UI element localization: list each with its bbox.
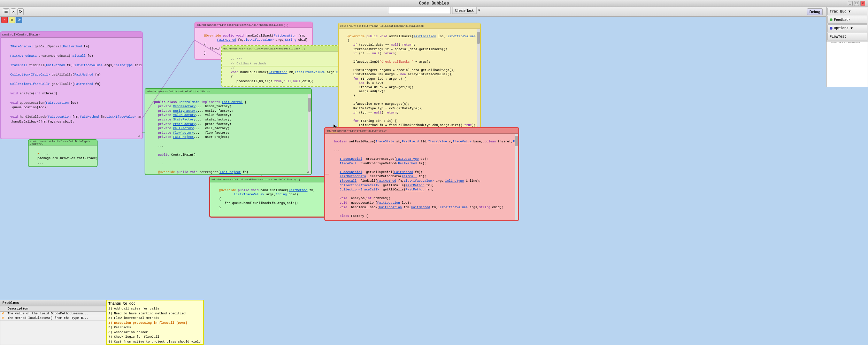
feedback-label: Feedback <box>834 18 851 22</box>
task-item-6: 6) Association holder <box>108 330 202 335</box>
tasks-list: 1) Add call sites for calls 2) Need to h… <box>108 307 202 345</box>
scrollbar-7[interactable] <box>477 29 480 130</box>
problems-title: Problems <box>2 301 19 305</box>
maximize-button[interactable]: □ <box>854 1 859 6</box>
flowtest-button[interactable]: FlowTest <box>827 33 867 40</box>
scrollbar-thumb-8 <box>515 136 518 146</box>
tasks-title: Things to do: <box>108 302 202 306</box>
toolbar-icon-1[interactable]: ☰ <box>3 8 9 15</box>
task-item-2: 2) Need to have starting method specifie… <box>108 312 202 316</box>
trac-bug-label: Trac Bug ▼ <box>830 10 851 14</box>
left-icon-toolbar: ✕ ⊙ ⟳ <box>1 17 22 23</box>
bubble-content-8: boolean setFieldValue(IfaceState st,Fait… <box>325 134 515 220</box>
create-task-input[interactable] <box>388 7 451 14</box>
flowtest-label: FlowTest <box>830 35 846 39</box>
bubble-header-8: edu>brown>cs>fait>iface>FaitControl> <box>325 128 518 134</box>
bubble-header-3: edu>brown>cs>fait>control>ControlMain> <box>145 89 311 94</box>
right-panel-buttons: Trac Bug ▼ Feedback Options ▼ FlowTest <box>826 7 868 42</box>
scrollbar-8[interactable] <box>515 134 518 220</box>
bubble-header-6: edu>brown>cs>fait>flow>FlowLocation>hand… <box>210 177 328 182</box>
task-item-4: 4) Exception processing in flowcall (DON… <box>108 321 202 326</box>
bubble-content-7: @Override public void addCallbacks(FaitL… <box>339 29 480 130</box>
yellow-icon-button[interactable]: ⊙ <box>9 17 15 23</box>
create-task-button[interactable]: Create Task <box>452 7 477 14</box>
task-item-7: 7) Check logic for FlowCall <box>108 335 202 340</box>
col-type <box>0 306 6 312</box>
window-controls[interactable]: _ □ × <box>848 1 865 6</box>
minimize-button[interactable]: _ <box>848 1 853 6</box>
scrollbar-thumb-7 <box>477 32 480 44</box>
bubble-control-main-left[interactable]: control>ControlMain> IFaceSpecial getCal… <box>0 31 143 139</box>
bubble-header-7: edu>brown>cs>fait>flow>FlowLocation>hand… <box>339 23 480 29</box>
bubble-content-3: public class ControlMain implements Fait… <box>145 94 308 174</box>
bubble-content-1: IFaceSpecial getCallSpecial(FaitMethod f… <box>1 38 142 139</box>
bubble-header-1: control>ControlMain> <box>1 32 142 38</box>
scrollbar-3[interactable] <box>308 94 311 174</box>
bubble-header-4: edu>brown>cs>fait>control>ControlMain>ha… <box>195 22 312 28</box>
bubble-content-2: ● ... package edu.brown.cs.fait.iface; .… <box>29 146 97 166</box>
toolbar-icon-2[interactable]: ✕ <box>11 8 16 15</box>
feedback-dot <box>830 18 832 21</box>
options-label: Options ▼ <box>834 26 853 30</box>
bubble-content-5: // *** // Callback methods // void handl… <box>222 52 339 86</box>
bubble-resize-1[interactable]: ⊿ <box>138 134 141 138</box>
toolbar-icon-3[interactable]: ⟳ <box>17 8 24 15</box>
task-item-1: 1) Add call sites for calls <box>108 307 202 312</box>
bubble-controlmain-impl[interactable]: edu>brown>cs>fait>control>ControlMain> p… <box>145 88 312 175</box>
row-type-1: W <box>0 312 6 316</box>
bubble-addcallbacks[interactable]: edu>brown>cs>fait>flow>FlowLocation>hand… <box>338 23 481 131</box>
bubble-header-2: edu>brown>cs>fait>face>FaitDataType><PRE… <box>29 140 97 146</box>
task-item-3: 3) Flow incremental methods <box>108 316 202 321</box>
app-title: Code Bubbles <box>419 1 449 6</box>
bubble-resize-3[interactable]: ⊿ <box>307 170 310 174</box>
bubble-flowlocation-handlecallback[interactable]: edu>brown>cs>fait>flow>FlowLocation>hand… <box>209 176 329 218</box>
debug-button[interactable]: Debug <box>807 8 823 15</box>
debug-area: Debug <box>807 7 823 17</box>
task-item-8: 8) Cast from native to project class sho… <box>108 340 202 345</box>
bubble-content-6: @Override public void handleCallback(Fai… <box>210 182 328 217</box>
bubble-face-datatype[interactable]: edu>brown>cs>fait>face>FaitDataType><PRE… <box>28 139 98 167</box>
tasks-panel: Things to do: 1) Add call sites for call… <box>106 300 204 345</box>
options-dot <box>830 27 832 30</box>
bubble-faitcontrol-large[interactable]: edu>brown>cs>fait>iface>FaitControl> boo… <box>324 127 519 221</box>
options-button[interactable]: Options ▼ <box>827 24 867 32</box>
dropdown-arrow[interactable]: ▼ <box>478 9 480 13</box>
red-icon-button[interactable]: ✕ <box>1 17 8 23</box>
create-task-area: Create Task ▼ <box>388 7 480 14</box>
trac-bug-button[interactable]: Trac Bug ▼ <box>827 8 867 15</box>
row-type-2: W <box>0 316 6 321</box>
title-bar: Code Bubbles _ □ × <box>0 0 868 7</box>
feedback-button[interactable]: Feedback <box>827 16 867 24</box>
close-button[interactable]: × <box>860 1 865 6</box>
scrollbar-thumb-3 <box>308 98 311 112</box>
blue-icon-button[interactable]: ⟳ <box>16 17 22 23</box>
task-item-5: 5) Callbacks <box>108 326 202 330</box>
bubble-header-5: edu>brown>cs>fait>flow>FlowCall>handleCa… <box>222 46 339 52</box>
bubble-flowcall-handlecallback[interactable]: edu>brown>cs>fait>flow>FlowCall>handleCa… <box>221 45 340 87</box>
